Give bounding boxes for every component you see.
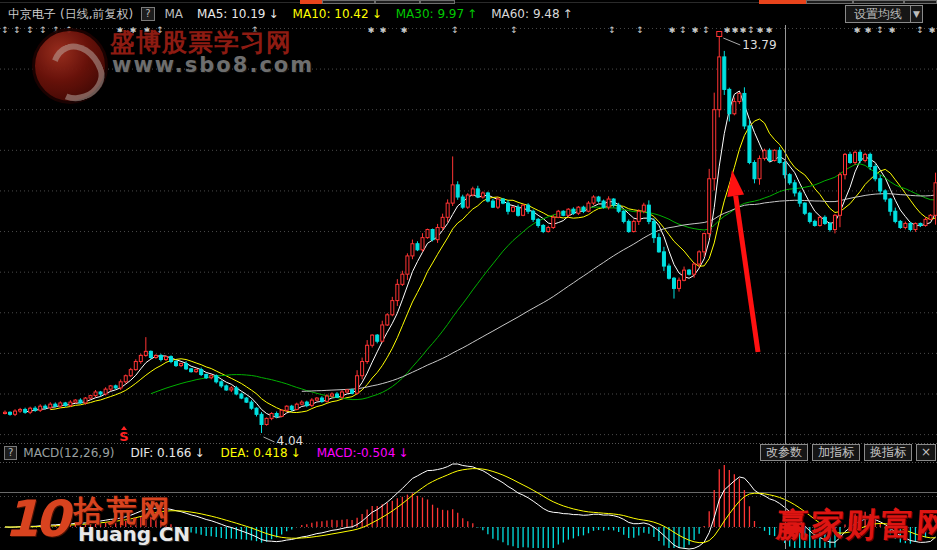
candle-down [501, 199, 504, 203]
candle-down [909, 223, 912, 229]
candle-up [315, 398, 318, 400]
candle-down [220, 382, 223, 386]
candle-down [351, 390, 354, 393]
high-label-pointer [723, 38, 740, 45]
candle-up [154, 355, 157, 357]
candle-up [678, 280, 681, 288]
event-mark-icon: ↕ [747, 25, 755, 35]
candle-down [114, 386, 117, 388]
candle-up [124, 376, 127, 382]
candle-up [854, 152, 857, 162]
candle-down [899, 221, 902, 227]
ma10-line [50, 119, 935, 412]
candle-up [381, 325, 384, 341]
candle-down [491, 201, 494, 207]
candle-down [99, 392, 102, 394]
candle-down [672, 278, 675, 288]
candle-down [562, 211, 565, 215]
candle-down [768, 150, 771, 160]
candle-down [169, 357, 172, 362]
candle-down [728, 89, 731, 113]
candle-down [808, 213, 811, 221]
candle-down [215, 376, 218, 382]
add-indicator-button[interactable]: 加指标 [812, 444, 860, 461]
event-mark-icon: ↕ [13, 25, 21, 35]
candle-up [265, 418, 268, 424]
candle-up [39, 406, 42, 410]
candle-up [19, 409, 22, 411]
candle-up [683, 270, 686, 280]
candle-up [164, 357, 167, 360]
event-mark-icon: ✱ [929, 26, 936, 35]
candle-down [688, 270, 691, 274]
candle-up [361, 362, 364, 376]
event-mark-icon: ↕ [65, 25, 73, 35]
candle-up [310, 400, 313, 405]
candle-up [703, 234, 706, 252]
candle-up [94, 392, 97, 396]
app-window: 中京电子 (日线,前复权) ? MA MA5: 10.19↓ MA10: 10.… [0, 0, 937, 550]
candle-up [195, 370, 198, 372]
candle-down [874, 167, 877, 179]
candle-down [823, 217, 826, 223]
candle-up [512, 207, 515, 211]
candle-up [607, 199, 610, 207]
candle-down [335, 394, 338, 397]
candle-down [813, 221, 816, 225]
change-params-button[interactable]: 改参数 [760, 444, 808, 461]
candle-up [838, 175, 841, 216]
event-mark-icon: ↕ [451, 25, 459, 35]
candle-up [295, 404, 298, 409]
candle-down [652, 221, 655, 237]
candle-down [723, 57, 726, 89]
candle-down [376, 335, 379, 341]
candle-up [924, 219, 927, 225]
candle-down [149, 351, 152, 357]
candle-down [879, 179, 882, 191]
event-mark-icon: ✱ [732, 26, 739, 35]
candle-down [627, 221, 630, 231]
candle-down [532, 211, 535, 219]
candle-down [828, 223, 831, 229]
event-mark-icon: ↕ [636, 25, 644, 35]
candle-up [763, 150, 766, 158]
candle-down [175, 362, 178, 366]
candle-up [89, 396, 92, 398]
chart-canvas[interactable]: ↕↕↕↕↕↕✱✱✱↕↕✱✱✱↕↕↕↕✱↕✱↕✱✱✱↕✱✱✱✱↕✱↕✱13.794… [0, 0, 937, 550]
candle-up [708, 179, 711, 234]
candle-up [366, 345, 369, 361]
candle-down [572, 209, 575, 213]
candle-up [587, 203, 590, 211]
candle-down [602, 201, 605, 207]
candle-down [54, 404, 57, 406]
low-label-pointer [264, 437, 275, 442]
candle-up [406, 256, 409, 274]
candle-down [461, 197, 464, 207]
event-mark-icon: ✱ [401, 26, 408, 35]
candle-down [205, 375, 208, 378]
candle-down [305, 402, 308, 405]
candle-up [300, 402, 303, 404]
candle-down [456, 185, 459, 197]
candle-up [29, 408, 32, 412]
candle-up [557, 211, 560, 217]
candle-up [411, 244, 414, 256]
candle-up [713, 110, 716, 179]
candle-up [139, 355, 142, 361]
candle-up [914, 223, 917, 229]
candle-up [396, 284, 399, 300]
candle-up [325, 396, 328, 401]
event-mark-icon: ↕ [876, 25, 884, 35]
switch-indicator-button[interactable]: 换指标 [864, 444, 912, 461]
candle-up [14, 411, 17, 414]
candle-down [662, 252, 665, 266]
candle-up [693, 264, 696, 274]
candle-down [245, 398, 248, 402]
candle-up [109, 386, 112, 389]
close-icon[interactable]: × [916, 444, 936, 461]
candle-down [849, 154, 852, 162]
candle-up [577, 207, 580, 213]
candle-down [79, 400, 82, 403]
macd-help-icon[interactable]: ? [4, 446, 17, 460]
candle-down [64, 403, 67, 405]
